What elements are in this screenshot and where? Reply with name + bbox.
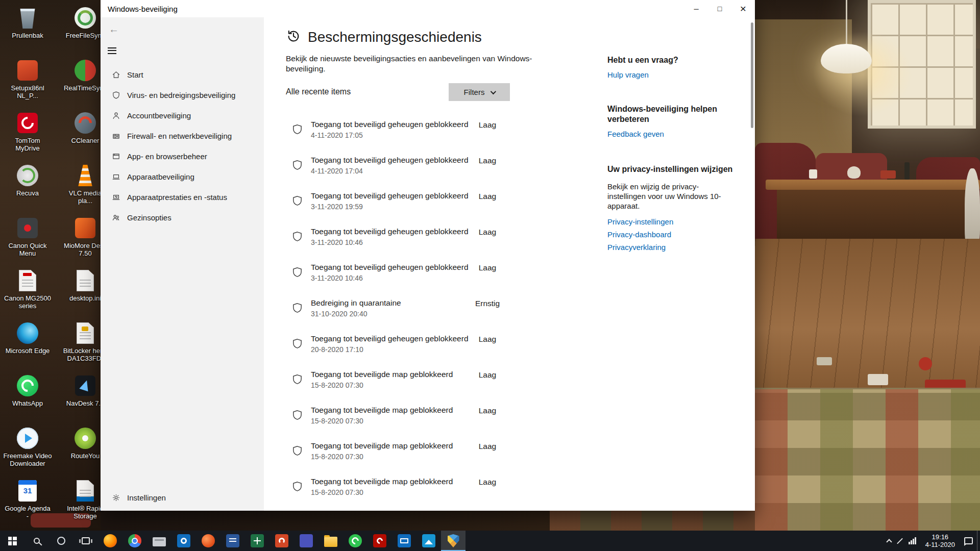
- help-link[interactable]: Hulp vragen: [607, 70, 649, 79]
- sidebar-item-start[interactable]: Start: [101, 64, 264, 85]
- thunderbird-icon: [202, 534, 215, 547]
- event-row[interactable]: Toegang tot beveiligde map geblokkeerd 1…: [286, 474, 572, 510]
- photo-floor-item-parcel: [817, 357, 832, 365]
- desktop-icon-canon-manual[interactable]: Canon MG2500 series Schermhan...: [3, 268, 52, 310]
- event-severity: Laag: [464, 370, 510, 380]
- photo-cup: [809, 169, 817, 179]
- desktop-icon-edge[interactable]: Microsoft Edge: [3, 320, 52, 355]
- taskbar-clock[interactable]: 19:16 4-11-2020: [920, 533, 960, 548]
- search-icon: [34, 538, 40, 544]
- taskbar-app-file-explorer[interactable]: [318, 531, 343, 551]
- taskbar-app-photos[interactable]: [416, 531, 441, 551]
- desktop-icon-prullenbak[interactable]: Prullenbak: [3, 5, 52, 39]
- event-shield-icon: [291, 123, 303, 138]
- close-button[interactable]: [731, 0, 755, 17]
- sidebar-item-label: Gezinsopties: [127, 213, 172, 222]
- sidebar-item-firewall[interactable]: Firewall- en netwerkbeveiliging: [101, 126, 264, 146]
- cortana-icon: [57, 537, 65, 545]
- event-row[interactable]: Toegang tot beveiligde map geblokkeerd 1…: [286, 367, 572, 403]
- excel-icon: [251, 534, 264, 547]
- desktop-icon-recuva[interactable]: Recuva: [3, 163, 52, 197]
- privacy-settings-link[interactable]: Privacy-instellingen: [607, 217, 735, 226]
- start-button[interactable]: [0, 531, 24, 551]
- task-view-button[interactable]: [74, 531, 98, 551]
- maximize-button[interactable]: [708, 0, 731, 17]
- sidebar-item-settings[interactable]: Instellingen: [101, 487, 264, 508]
- privacy-statement-link[interactable]: Privacyverklaring: [607, 243, 735, 252]
- taskbar-app-firefox[interactable]: [98, 531, 122, 551]
- filters-button[interactable]: Filters: [449, 83, 510, 101]
- sidebar-item-virus-bedreiging[interactable]: Virus- en bedreigingsbeveiliging: [101, 85, 264, 105]
- event-row[interactable]: Toegang tot beveiligd geheugen geblokkee…: [286, 260, 572, 295]
- taskbar-app-outlook[interactable]: [172, 531, 196, 551]
- taskbar-app-windows-security[interactable]: [441, 531, 465, 551]
- main-content: Beschermingsgeschiedenis Bekijk de nieuw…: [286, 17, 572, 511]
- scrollbar-thumb[interactable]: [751, 22, 753, 128]
- taskbar-app-teams[interactable]: [294, 531, 318, 551]
- notification-center-button[interactable]: [960, 531, 977, 551]
- chrome-icon: [128, 534, 141, 547]
- event-row[interactable]: Toegang tot beveiligd geheugen geblokkee…: [286, 117, 572, 153]
- tray-network-button[interactable]: [904, 531, 920, 551]
- taskbar-app-mail[interactable]: [392, 531, 416, 551]
- event-row[interactable]: Toegang tot beveiligd geheugen geblokkee…: [286, 153, 572, 188]
- desktop-icon-setup[interactable]: Setupx86nl NL_P...: [3, 58, 52, 99]
- sidebar-item-label: Apparaatbeveiliging: [127, 172, 194, 181]
- taskbar-app-chrome[interactable]: [122, 531, 147, 551]
- taskbar-app-word[interactable]: [220, 531, 245, 551]
- photos-icon: [422, 534, 435, 547]
- canon-manual-doc-icon: [3, 268, 52, 293]
- taskbar-app-powerpoint[interactable]: [270, 531, 294, 551]
- privacy-dashboard-link[interactable]: Privacy-dashboard: [607, 230, 735, 239]
- chevron-down-icon: [491, 88, 496, 94]
- event-row[interactable]: Toegang tot beveiligd geheugen geblokkee…: [286, 188, 572, 224]
- search-button[interactable]: [24, 531, 49, 551]
- sidebar-item-apparaatprestaties[interactable]: Apparaatprestaties en -status: [101, 187, 264, 207]
- taskbar-app-excel[interactable]: [245, 531, 270, 551]
- scrollbar[interactable]: [750, 17, 754, 510]
- protection-history-icon: [286, 29, 301, 46]
- desktop-icon-canon-quick-menu[interactable]: Canon Quick Menu: [3, 215, 52, 257]
- minimize-button[interactable]: [684, 0, 708, 17]
- event-shield-icon: [291, 302, 303, 316]
- event-row[interactable]: Toegang tot beveiligde map geblokkeerd 1…: [286, 403, 572, 438]
- event-title: Toegang tot beveiligde map geblokkeerd: [311, 406, 453, 415]
- file-explorer-icon: [324, 537, 337, 547]
- cortana-button[interactable]: [49, 531, 74, 551]
- titlebar[interactable]: Windows-beveiliging: [101, 0, 755, 17]
- show-desktop-button[interactable]: [977, 531, 980, 551]
- tray-expand-button[interactable]: [883, 531, 895, 551]
- taskbar-app-thunderbird[interactable]: [196, 531, 220, 551]
- feedback-link[interactable]: Feedback geven: [607, 130, 664, 138]
- desktop-icon-google-agenda[interactable]: 31Google Agenda -: [3, 478, 52, 520]
- windows-security-window: Windows-beveiliging Start Virus- en bedr…: [101, 0, 755, 511]
- sidebar-item-accountbeveiliging[interactable]: Accountbeveiliging: [101, 105, 264, 126]
- sidebar-item-apparaatbeveiliging[interactable]: Apparaatbeveiliging: [101, 166, 264, 187]
- chevron-up-icon: [886, 539, 892, 544]
- desktop-icon-tomtom[interactable]: TomTom MyDrive Connect: [3, 110, 52, 153]
- tray-pen-button[interactable]: [895, 531, 904, 551]
- event-date: 20-8-2020 17:10: [311, 345, 363, 354]
- event-severity: Ernstig: [464, 299, 510, 308]
- taskbar-app-printer[interactable]: [147, 531, 172, 551]
- taskbar-app-acrobat[interactable]: [368, 531, 392, 551]
- sidebar-nav: Start Virus- en bedreigingsbeveiliging A…: [101, 64, 264, 228]
- menu-button[interactable]: [108, 45, 121, 56]
- event-row[interactable]: Toegang tot beveiligd geheugen geblokkee…: [286, 224, 572, 260]
- canon-quick-menu-icon: [3, 215, 52, 241]
- sidebar-item-app-browser[interactable]: App- en browserbeheer: [101, 146, 264, 166]
- event-row[interactable]: Bedreiging in quarantaine 31-10-2020 20:…: [286, 295, 572, 331]
- privacy-text: Bekijk en wijzig de privacy-instellingen…: [607, 182, 728, 211]
- taskbar-app-whatsapp[interactable]: [343, 531, 368, 551]
- account-icon: [111, 111, 120, 120]
- sidebar-item-gezinsopties[interactable]: Gezinsopties: [101, 207, 264, 228]
- desktop-icon-whatsapp[interactable]: WhatsApp: [3, 373, 52, 407]
- desktop-icon-freemake[interactable]: Freemake Video Downloader: [3, 425, 52, 467]
- event-shield-icon: [291, 159, 303, 173]
- event-row[interactable]: Toegang tot beveiligde map geblokkeerd 1…: [286, 438, 572, 474]
- event-title: Toegang tot beveiligd geheugen geblokkee…: [311, 156, 469, 165]
- event-row[interactable]: Toegang tot beveiligd geheugen geblokkee…: [286, 331, 572, 367]
- back-button[interactable]: [107, 22, 121, 36]
- photo-lamp-glow: [794, 15, 932, 133]
- shield-icon: [111, 90, 120, 99]
